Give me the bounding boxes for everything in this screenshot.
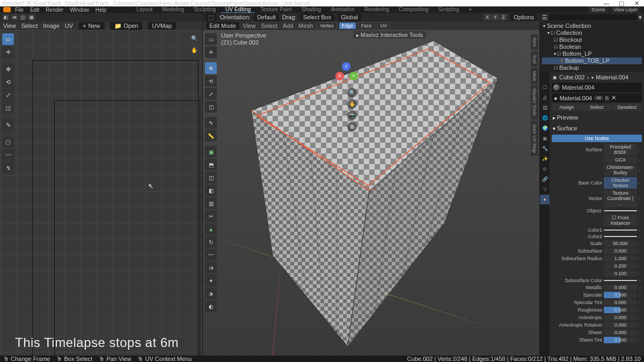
- assign-button[interactable]: Assign: [552, 104, 581, 111]
- tool-move-3d[interactable]: ✥: [205, 62, 217, 74]
- menu-window[interactable]: Window: [68, 7, 91, 13]
- uv-menu-select[interactable]: Select: [21, 23, 38, 29]
- blender-icon[interactable]: [3, 7, 11, 12]
- perspective-nav-icon[interactable]: ▦: [347, 122, 357, 131]
- property-value[interactable]: ☐ From Instancer: [604, 215, 637, 226]
- property-value[interactable]: 0.000: [604, 284, 637, 291]
- proptab-world[interactable]: 🌍: [540, 123, 550, 133]
- property-value[interactable]: 0.500: [604, 307, 637, 313]
- uv-sticky-icon[interactable]: ▦: [28, 14, 35, 20]
- property-keyframe-dot[interactable]: ○: [639, 219, 642, 223]
- outliner-search[interactable]: [549, 14, 637, 20]
- tab-modeling[interactable]: Modeling: [158, 6, 188, 13]
- tool-polybuild[interactable]: ▲: [205, 223, 217, 235]
- property-value[interactable]: [604, 230, 637, 231]
- tree-collection[interactable]: ▾ ☐Collection: [542, 29, 642, 36]
- property-value[interactable]: Principled BSDF: [604, 144, 637, 156]
- menu-edit[interactable]: Edit: [28, 7, 41, 13]
- property-value[interactable]: 1.000: [604, 255, 637, 262]
- property-value[interactable]: 0.000: [604, 329, 637, 336]
- tree-backup[interactable]: ☐Backup: [542, 64, 642, 71]
- mat-new-icon[interactable]: ✕: [611, 94, 616, 101]
- tool-pinch[interactable]: ↯: [2, 162, 14, 174]
- uv-menu-uv[interactable]: UV: [65, 23, 73, 29]
- tab-add[interactable]: +: [465, 6, 477, 13]
- property-value[interactable]: 0.000: [604, 299, 637, 306]
- tree-bottom-lp[interactable]: ▾ ☐Bottom_LP: [542, 50, 642, 57]
- property-value[interactable]: 50.000: [604, 240, 637, 247]
- tool-shrink[interactable]: ✦: [205, 275, 217, 286]
- property-value[interactable]: 0.100: [604, 270, 637, 277]
- tool-scale-3d[interactable]: ⤢: [205, 88, 217, 100]
- viewport-canvas[interactable]: ▭ ✛ ✥ ⟲ ⤢ ◫ ✎ 📏 ▣ ⬒ ◫ ◧ ▥ ✂ ▲ ↻ 〰 ⇉: [203, 30, 539, 356]
- use-nodes-button[interactable]: Use Nodes: [552, 135, 642, 142]
- preview-section[interactable]: ▸ Preview: [553, 113, 641, 122]
- tool-select[interactable]: ▭: [205, 33, 217, 45]
- transform-orientation[interactable]: Global: [338, 13, 361, 21]
- select-mode-face[interactable]: Face: [358, 22, 375, 29]
- select-mode-uv[interactable]: UV: [377, 22, 391, 29]
- outliner-filter-icon[interactable]: ▾: [639, 14, 642, 21]
- property-keyframe-dot[interactable]: ○: [639, 293, 642, 297]
- property-value[interactable]: Texture Coordinate | ...: [604, 190, 637, 207]
- proptab-particles[interactable]: ✨: [540, 154, 550, 164]
- gizmo-z-axis[interactable]: Z: [342, 62, 350, 71]
- tool-rotate[interactable]: ⟲: [2, 76, 14, 88]
- menu-render[interactable]: Render: [43, 7, 65, 13]
- axis-x[interactable]: X: [484, 14, 491, 20]
- tree-boolean[interactable]: ☐Boolean: [542, 43, 642, 50]
- property-keyframe-dot[interactable]: ○: [639, 331, 642, 335]
- uv-new-button[interactable]: + New: [78, 22, 104, 29]
- menu-file[interactable]: File: [13, 7, 26, 13]
- mode-selector[interactable]: Edit Mode: [206, 22, 239, 29]
- property-value[interactable]: 0.000: [604, 314, 637, 321]
- npanel-maxivz[interactable]: Maxivz Tools: [531, 85, 538, 119]
- tree-scene-collection[interactable]: ▾Scene Collection: [542, 23, 642, 29]
- tab-sculpting[interactable]: Sculpting: [189, 6, 220, 13]
- uv-menu-image[interactable]: Image: [43, 23, 60, 29]
- property-keyframe-dot[interactable]: ○: [639, 308, 642, 312]
- proptab-scene[interactable]: 🌐: [540, 113, 550, 123]
- tool-annotate-3d[interactable]: ✎: [205, 117, 217, 129]
- property-value[interactable]: [604, 210, 637, 211]
- tab-scripting[interactable]: Scripting: [434, 6, 464, 13]
- npanel-item[interactable]: Item: [531, 34, 538, 50]
- addon-panel-header[interactable]: ▸ Maxivz Interactive Tools: [353, 31, 426, 39]
- tool-scale[interactable]: ⤢: [2, 89, 14, 101]
- editor-type-icon[interactable]: ◧: [2, 14, 10, 20]
- property-keyframe-dot[interactable]: ○: [639, 301, 642, 305]
- proptab-object[interactable]: ▣: [540, 134, 550, 143]
- property-value[interactable]: 0.500: [604, 337, 637, 343]
- tool-rip[interactable]: ⬠: [2, 136, 14, 148]
- axis-y[interactable]: Y: [492, 14, 499, 20]
- tool-inset[interactable]: ◫: [205, 172, 217, 183]
- tool-move[interactable]: ✥: [2, 63, 14, 75]
- tab-compositing[interactable]: Compositing: [394, 6, 433, 13]
- property-value[interactable]: [604, 280, 637, 281]
- uv-menu-view[interactable]: View: [3, 23, 16, 29]
- property-keyframe-dot[interactable]: ○: [639, 323, 642, 327]
- property-keyframe-dot[interactable]: ○: [639, 279, 642, 283]
- tool-knife[interactable]: ✂: [205, 210, 217, 222]
- proptab-output[interactable]: 🖨: [540, 93, 550, 102]
- camera-nav-icon[interactable]: 📷: [347, 110, 357, 120]
- tool-transform[interactable]: ◫: [2, 102, 14, 114]
- select-mode-edge[interactable]: Edge: [339, 23, 356, 29]
- maximize-button[interactable]: ▢: [616, 0, 627, 7]
- property-value[interactable]: Christensen-Burley: [604, 164, 637, 176]
- proptab-physics[interactable]: ⊘: [540, 164, 550, 174]
- editor-type-dropdown[interactable]: ⬚: [205, 13, 217, 21]
- tab-texture-paint[interactable]: Texture Paint: [256, 6, 296, 13]
- uv-select-mode-icon[interactable]: ◫: [19, 14, 27, 20]
- property-keyframe-dot[interactable]: ○: [639, 168, 642, 172]
- pan-icon[interactable]: ✋: [189, 45, 199, 55]
- property-keyframe-dot[interactable]: ○: [639, 235, 642, 239]
- tab-layout[interactable]: Layout: [132, 6, 157, 13]
- tool-cursor[interactable]: ✛: [2, 46, 14, 58]
- property-value[interactable]: GGX: [604, 157, 637, 163]
- uv-open-button[interactable]: 📁 Open: [110, 22, 143, 30]
- deselect-button[interactable]: Deselect: [612, 104, 642, 111]
- property-keyframe-dot[interactable]: ○: [639, 257, 642, 261]
- select-mode-vertex[interactable]: Vertex: [317, 22, 337, 29]
- navigation-gizmo[interactable]: Z Y X: [335, 62, 357, 84]
